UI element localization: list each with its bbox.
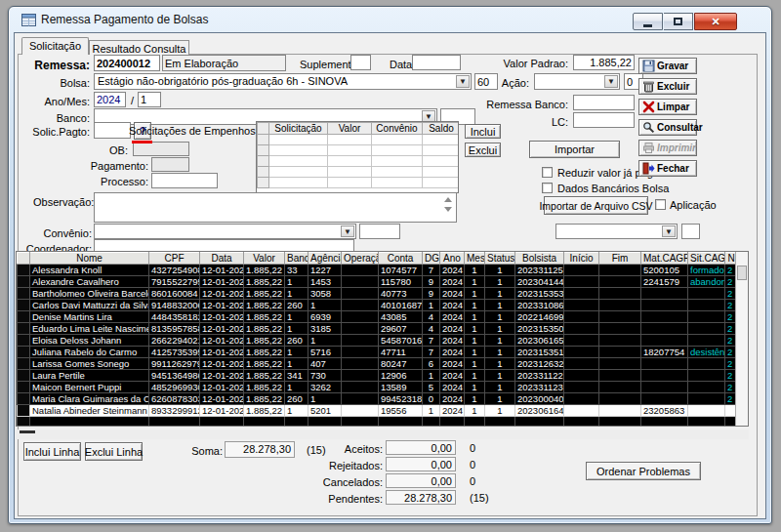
consultar-button[interactable]: Consultar bbox=[638, 119, 697, 136]
empenhos-cell[interactable] bbox=[372, 135, 423, 145]
table-cell[interactable]: desistência bbox=[688, 347, 725, 358]
table-cell[interactable] bbox=[564, 347, 599, 358]
table-cell[interactable] bbox=[342, 382, 379, 393]
table-row[interactable]: Natalia Abineder Steinmann893329991212-0… bbox=[18, 405, 738, 417]
table-cell[interactable] bbox=[688, 358, 725, 370]
table-cell[interactable]: 1 bbox=[465, 358, 485, 370]
table-cell[interactable]: 1 bbox=[485, 382, 515, 393]
column-header[interactable]: Mes bbox=[465, 253, 485, 265]
column-header[interactable]: Banco bbox=[285, 253, 308, 265]
table-cell[interactable]: 5716 bbox=[308, 347, 342, 358]
empenhos-cell[interactable] bbox=[372, 145, 423, 156]
empenhos-cell[interactable] bbox=[328, 178, 372, 188]
table-cell[interactable] bbox=[342, 358, 379, 370]
row-selector[interactable] bbox=[18, 382, 30, 393]
limpar-button[interactable]: Limpar bbox=[638, 99, 697, 115]
table-cell[interactable]: 5201 bbox=[308, 405, 342, 417]
table-cell[interactable] bbox=[599, 311, 641, 323]
table-cell[interactable]: 12-01-2024 bbox=[200, 382, 244, 393]
empenhos-cell[interactable] bbox=[269, 156, 328, 167]
table-row[interactable]: Denise Martins Lira4484358182812-01-2024… bbox=[18, 311, 738, 323]
table-cell[interactable]: 2024 bbox=[440, 358, 465, 370]
chevron-down-icon[interactable]: ▼ bbox=[341, 225, 354, 237]
table-cell[interactable]: 1 bbox=[485, 405, 515, 417]
table-cell[interactable]: Alessandra Knoll bbox=[30, 265, 149, 276]
table-row[interactable]: Alessandra Knoll432725490812-01-20241.88… bbox=[18, 265, 738, 276]
table-cell[interactable]: 12-01-2024 bbox=[200, 311, 244, 323]
table-cell[interactable] bbox=[688, 370, 725, 382]
table-cell[interactable]: 1 bbox=[285, 358, 308, 370]
table-cell[interactable] bbox=[564, 358, 599, 370]
empenhos-cell[interactable] bbox=[423, 167, 460, 178]
table-cell[interactable]: 1.885,22 bbox=[244, 393, 285, 405]
empenhos-row[interactable] bbox=[258, 135, 460, 145]
table-cell[interactable]: Eduardo Lima Leite Nascimento bbox=[30, 323, 149, 335]
table-cell[interactable]: 5200105 bbox=[641, 265, 688, 276]
vertical-scrollbar[interactable] bbox=[735, 252, 748, 426]
table-cell[interactable] bbox=[599, 335, 641, 347]
chevron-down-icon[interactable]: ▼ bbox=[604, 75, 618, 88]
empenhos-cell[interactable] bbox=[372, 156, 423, 167]
empenhos-cell[interactable] bbox=[423, 156, 460, 167]
table-cell[interactable]: 6939 bbox=[308, 311, 342, 323]
table-cell[interactable]: 12-01-2024 bbox=[200, 335, 244, 347]
table-cell[interactable]: 1.885,22 bbox=[244, 382, 285, 393]
table-cell[interactable]: 1 bbox=[465, 276, 485, 288]
table-cell[interactable]: 1 bbox=[485, 323, 515, 335]
table-cell[interactable]: 1 bbox=[285, 311, 308, 323]
table-cell[interactable]: 1 bbox=[285, 382, 308, 393]
table-cell[interactable] bbox=[342, 288, 379, 300]
table-cell[interactable]: 79155227953 bbox=[149, 276, 200, 288]
table-cell[interactable] bbox=[342, 265, 379, 276]
table-cell[interactable]: 2241579 bbox=[641, 276, 688, 288]
exclui-linha-button[interactable]: Exclui Linha bbox=[85, 442, 143, 461]
table-cell[interactable]: 12-01-2024 bbox=[200, 288, 244, 300]
table-cell[interactable]: 407 bbox=[308, 358, 342, 370]
table-cell[interactable]: 12-01-2024 bbox=[200, 358, 244, 370]
column-header[interactable]: Bolsista bbox=[515, 253, 564, 265]
table-cell[interactable]: 115780 bbox=[379, 276, 423, 288]
row-selector[interactable] bbox=[18, 323, 30, 335]
empenhos-cell[interactable] bbox=[269, 135, 328, 145]
table-cell[interactable]: 1.885,22 bbox=[244, 311, 285, 323]
table-cell[interactable]: 4125735395 bbox=[149, 347, 200, 358]
table-cell[interactable]: 2024 bbox=[440, 393, 465, 405]
table-cell[interactable]: 44843581828 bbox=[149, 311, 200, 323]
table-cell[interactable]: 260 bbox=[285, 300, 308, 311]
table-cell[interactable]: 12-01-2024 bbox=[200, 276, 244, 288]
table-cell[interactable]: 12-01-2024 bbox=[200, 265, 244, 276]
table-cell[interactable]: 1 bbox=[285, 323, 308, 335]
column-header[interactable]: Ano bbox=[440, 253, 465, 265]
table-row[interactable]: Maicon Bernert Puppi485296993012-01-2024… bbox=[18, 382, 738, 393]
empenhos-cell[interactable] bbox=[258, 145, 269, 156]
table-cell[interactable]: 202315351 bbox=[515, 347, 564, 358]
empenhos-cell[interactable] bbox=[372, 178, 423, 188]
table-cell[interactable] bbox=[599, 358, 641, 370]
table-cell[interactable]: 3058 bbox=[308, 288, 342, 300]
table-cell[interactable] bbox=[342, 335, 379, 347]
table-cell[interactable]: 2024 bbox=[440, 382, 465, 393]
bolsa-select[interactable]: Estágio não-obrigatório pós-graduação 6h… bbox=[94, 73, 472, 90]
table-cell[interactable]: 9 bbox=[423, 288, 440, 300]
table-cell[interactable]: 1 bbox=[485, 288, 515, 300]
table-cell[interactable]: 1 bbox=[485, 311, 515, 323]
table-cell[interactable]: 202304144 bbox=[515, 276, 564, 288]
table-cell[interactable]: 1 bbox=[465, 370, 485, 382]
table-cell[interactable]: 202331122 bbox=[515, 370, 564, 382]
column-header[interactable]: Fim bbox=[599, 253, 641, 265]
title-bar[interactable]: Remessa Pagamento de Bolsas ✕ bbox=[9, 7, 771, 32]
table-cell[interactable]: 202306165 bbox=[515, 335, 564, 347]
empenhos-cell[interactable] bbox=[258, 135, 269, 145]
table-cell[interactable]: 2024 bbox=[440, 335, 465, 347]
table-cell[interactable]: Bartholomeo Oliveira Barcelos bbox=[30, 288, 149, 300]
table-cell[interactable]: 1 bbox=[465, 382, 485, 393]
table-cell[interactable] bbox=[641, 323, 688, 335]
table-cell[interactable]: 202331086 bbox=[515, 300, 564, 311]
table-cell[interactable]: 1 bbox=[485, 347, 515, 358]
table-cell[interactable]: 1 bbox=[308, 393, 342, 405]
table-cell[interactable]: 1453 bbox=[308, 276, 342, 288]
table-cell[interactable]: 19556 bbox=[379, 405, 423, 417]
table-cell[interactable] bbox=[688, 393, 725, 405]
valor-padrao-input[interactable] bbox=[573, 55, 635, 70]
table-cell[interactable]: 6 bbox=[423, 358, 440, 370]
